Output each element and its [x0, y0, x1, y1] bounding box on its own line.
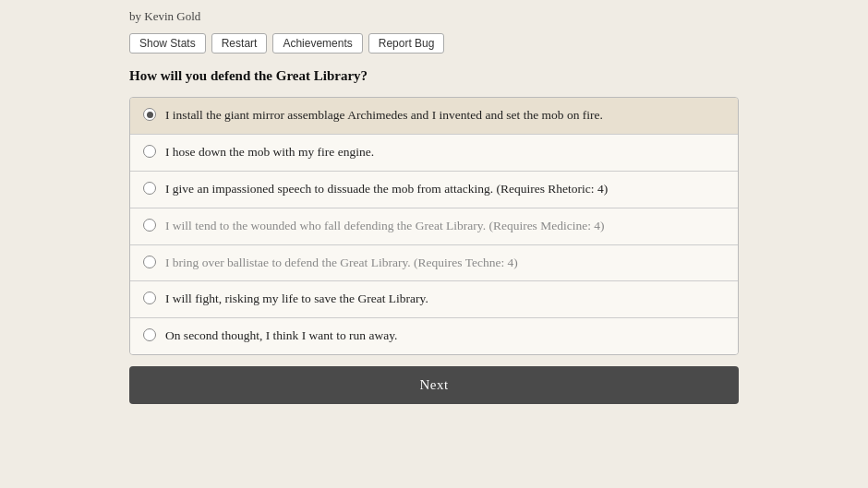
choice-text: I hose down the mob with my fire engine. [165, 144, 374, 161]
radio-circle [143, 108, 156, 121]
choice-item[interactable]: On second thought, I think I want to run… [130, 318, 738, 354]
show-stats-button[interactable]: Show Stats [129, 33, 206, 54]
choice-item[interactable]: I will tend to the wounded who fall defe… [130, 208, 738, 245]
radio-circle [143, 182, 156, 195]
author-text: by Kevin Gold [129, 9, 200, 23]
achievements-button[interactable]: Achievements [272, 33, 362, 54]
choice-text: I will tend to the wounded who fall defe… [165, 218, 605, 235]
toolbar: Show Stats Restart Achievements Report B… [129, 33, 739, 54]
choice-text: On second thought, I think I want to run… [165, 327, 397, 345]
choice-item[interactable]: I give an impassioned speech to dissuade… [130, 172, 738, 208]
choice-text: I bring over ballistae to defend the Gre… [165, 255, 518, 272]
next-button[interactable]: Next [129, 366, 739, 404]
choice-text: I install the giant mirror assemblage Ar… [165, 107, 603, 125]
choice-item[interactable]: I bring over ballistae to defend the Gre… [130, 245, 738, 282]
author-line: by Kevin Gold [129, 9, 739, 24]
radio-circle [143, 256, 156, 268]
choice-item[interactable]: I install the giant mirror assemblage Ar… [130, 98, 738, 135]
radio-circle [143, 328, 156, 341]
choice-item[interactable]: I will fight, risking my life to save th… [130, 281, 738, 318]
question-text: How will you defend the Great Library? [129, 68, 739, 84]
choices-container: I install the giant mirror assemblage Ar… [129, 97, 739, 355]
choice-text: I will fight, risking my life to save th… [165, 291, 428, 308]
choice-text: I give an impassioned speech to dissuade… [165, 181, 608, 198]
radio-circle [143, 145, 156, 158]
restart-button[interactable]: Restart [211, 33, 268, 54]
choice-item[interactable]: I hose down the mob with my fire engine. [130, 135, 738, 172]
radio-circle [143, 219, 156, 232]
radio-circle [143, 292, 156, 304]
report-bug-button[interactable]: Report Bug [368, 33, 445, 54]
question-label: How will you defend the Great Library? [129, 68, 368, 83]
page-wrapper: by Kevin Gold Show Stats Restart Achieve… [111, 0, 757, 441]
